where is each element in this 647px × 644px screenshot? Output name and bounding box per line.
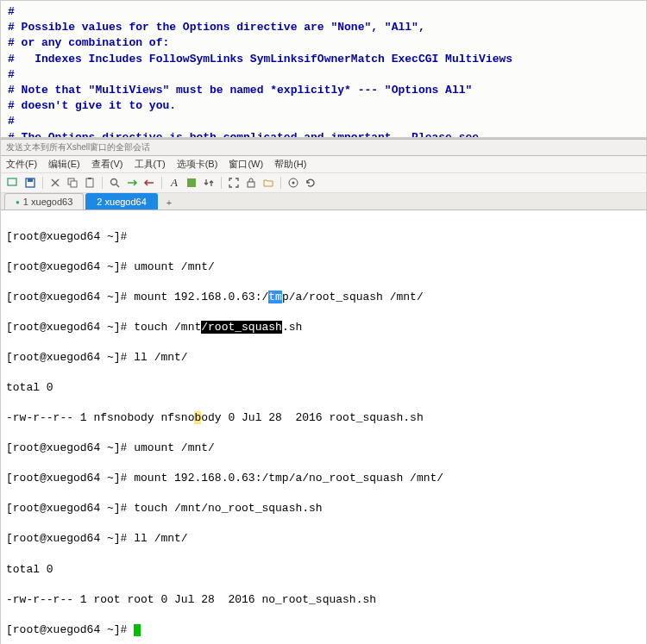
toolbar: A <box>1 173 646 193</box>
menu-bar: 文件(F) 编辑(E) 查看(V) 工具(T) 选项卡(B) 窗口(W) 帮助(… <box>1 156 646 173</box>
terminal-line: [root@xuegod64 ~]# umount /mnt/ <box>6 259 641 275</box>
fullscreen-icon[interactable] <box>227 176 241 190</box>
svg-rect-0 <box>8 178 16 185</box>
tab-bar: ●1 xuegod63 2 xuegod64 + <box>1 193 646 210</box>
vim-line: # doesn't give it to you. <box>8 98 639 114</box>
terminal-line: [root@xuegod64 ~]# ll /mnt/ <box>6 350 641 366</box>
terminal-line: [root@xuegod64 ~]# <box>6 622 641 638</box>
separator-icon <box>42 177 43 189</box>
font-icon[interactable]: A <box>167 176 181 190</box>
svg-point-11 <box>292 182 295 184</box>
vim-line: # The Options directive is both complica… <box>8 130 639 139</box>
vim-line: # <box>8 67 639 83</box>
terminal-line: [root@xuegod64 ~]# mount 192.168.0.63:/t… <box>6 471 641 486</box>
vim-line: # Indexes Includes FollowSymLinks SymLin… <box>8 52 639 67</box>
terminal-line: [root@xuegod64 ~]# ll /mnt/ <box>6 531 641 547</box>
new-session-icon[interactable] <box>6 176 20 190</box>
lock-icon[interactable] <box>244 176 258 190</box>
svg-rect-5 <box>86 178 93 187</box>
menu-view[interactable]: 查看(V) <box>91 158 123 171</box>
terminal-line: total 0 <box>6 380 641 396</box>
tab-add-button[interactable]: + <box>160 196 179 209</box>
svg-rect-9 <box>248 182 254 187</box>
properties-icon[interactable] <box>286 176 300 190</box>
tab-xuegod64[interactable]: 2 xuegod64 <box>85 193 158 209</box>
cursor-icon <box>134 624 141 636</box>
tab-label: 2 xuegod64 <box>97 197 147 207</box>
menu-tabs[interactable]: 选项卡(B) <box>177 158 218 171</box>
terminal-line: total 0 <box>6 562 641 578</box>
svg-rect-6 <box>88 178 91 179</box>
copy-icon[interactable] <box>66 176 79 190</box>
window-title: 发送文本到所有Xshell窗口的全部会话 <box>1 139 646 156</box>
search-icon[interactable] <box>108 176 122 190</box>
folder-icon[interactable] <box>261 176 275 190</box>
terminal-line: [root@xuegod64 ~]# <box>6 229 641 245</box>
paste-icon[interactable] <box>83 176 97 190</box>
separator-icon <box>102 177 103 189</box>
status-dot-icon: ● <box>16 198 20 206</box>
vim-line: # Possible values for the Options direct… <box>8 20 639 35</box>
save-icon[interactable] <box>23 176 37 190</box>
vim-editor-pane: # # Possible values for the Options dire… <box>0 0 647 138</box>
menu-file[interactable]: 文件(F) <box>6 158 37 171</box>
terminal-line: [root@xuegod64 ~]# touch /mnt/no_root_sq… <box>6 501 641 516</box>
vim-line: # or any combination of: <box>8 35 639 51</box>
terminal-line: -rw-r--r-- 1 root root 0 Jul 28 2016 no_… <box>6 592 641 608</box>
terminal-line: [root@xuegod64 ~]# umount /mnt/ <box>6 441 641 456</box>
color-icon[interactable] <box>185 176 198 190</box>
terminal-line: -rw-r--r-- 1 nfsnobody nfsnobody 0 Jul 2… <box>6 410 641 426</box>
svg-rect-4 <box>71 181 77 187</box>
terminal-content[interactable]: [root@xuegod64 ~]# [root@xuegod64 ~]# um… <box>1 210 646 644</box>
terminal-line: [root@xuegod64 ~]# touch /mnt/root_squas… <box>6 320 641 335</box>
menu-edit[interactable]: 编辑(E) <box>48 158 80 171</box>
tab-xuegod63[interactable]: ●1 xuegod63 <box>4 193 84 209</box>
xshell-window-middle: 发送文本到所有Xshell窗口的全部会话 文件(F) 编辑(E) 查看(V) 工… <box>0 138 647 644</box>
terminal-line: [root@xuegod64 ~]# mount 192.168.0.63:/t… <box>6 290 641 305</box>
separator-icon <box>280 177 281 189</box>
separator-icon <box>161 177 162 189</box>
menu-tools[interactable]: 工具(T) <box>135 158 166 171</box>
refresh-icon[interactable] <box>304 176 317 190</box>
menu-help[interactable]: 帮助(H) <box>274 158 306 171</box>
svg-rect-8 <box>187 178 196 187</box>
menu-window[interactable]: 窗口(W) <box>229 158 263 171</box>
separator-icon <box>221 177 222 189</box>
tab-label: 1 xuegod63 <box>23 197 73 207</box>
connect-icon[interactable] <box>125 176 139 190</box>
svg-rect-2 <box>28 178 33 182</box>
cut-icon[interactable] <box>48 176 62 190</box>
vim-line: # Note that "MultiViews" must be named *… <box>8 83 639 98</box>
vim-line: # <box>8 4 639 20</box>
disconnect-icon[interactable] <box>142 176 156 190</box>
vim-line: # <box>8 114 639 129</box>
highlight: tm <box>268 291 282 303</box>
svg-point-7 <box>111 179 117 185</box>
transfer-icon[interactable] <box>202 176 216 190</box>
highlight: /root_squash <box>201 321 282 334</box>
